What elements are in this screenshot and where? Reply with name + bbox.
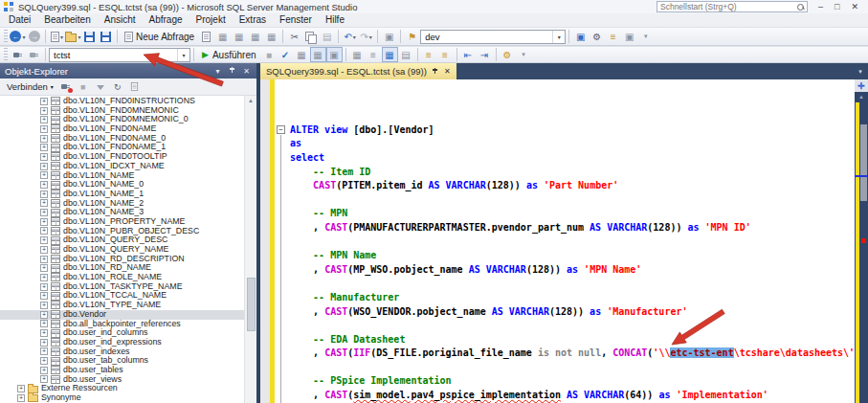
- tree-scrollbar[interactable]: ▲: [244, 96, 256, 403]
- scroll-up-icon[interactable]: ▲: [855, 92, 868, 101]
- tree-item[interactable]: +Synonyme: [0, 393, 244, 403]
- expander-icon[interactable]: +: [40, 292, 48, 300]
- code-area[interactable]: −ALTER view [dbo].[Vendor]asselect -- It…: [275, 79, 855, 403]
- paste-button[interactable]: ▤: [319, 29, 335, 44]
- expander-icon[interactable]: +: [40, 375, 48, 383]
- expander-icon[interactable]: +: [40, 181, 48, 189]
- navigate-back-button[interactable]: ←▾: [10, 29, 26, 44]
- comment-button[interactable]: ≡: [421, 47, 437, 62]
- expander-icon[interactable]: +: [17, 385, 25, 392]
- expander-icon[interactable]: +: [40, 274, 48, 281]
- expander-icon[interactable]: +: [40, 116, 48, 123]
- server-combo[interactable]: dev ▾: [420, 30, 566, 44]
- expander-icon[interactable]: +: [40, 256, 48, 263]
- expander-icon[interactable]: +: [40, 357, 48, 365]
- tree-item[interactable]: +dbo.user_tables: [0, 366, 244, 375]
- expander-icon[interactable]: +: [40, 190, 48, 198]
- disconnect-button[interactable]: [58, 79, 74, 94]
- chevron-down-icon[interactable]: ▾: [552, 31, 565, 43]
- expander-icon[interactable]: +: [40, 209, 48, 216]
- menu-ansicht[interactable]: Ansicht: [98, 13, 143, 27]
- live-stats-button[interactable]: ▦: [310, 47, 326, 62]
- save-all-button[interactable]: [98, 29, 114, 44]
- dmx-query-button[interactable]: ▦: [231, 29, 247, 44]
- console-window-button[interactable]: ▣: [621, 29, 637, 44]
- expander-icon[interactable]: +: [40, 144, 48, 151]
- toolbar-grip[interactable]: [4, 30, 8, 43]
- cut-button[interactable]: ✂: [286, 29, 302, 44]
- quick-launch-search[interactable]: [657, 1, 808, 12]
- search-input[interactable]: [660, 2, 794, 11]
- toolbar-overflow-button[interactable]: ▾: [637, 29, 654, 44]
- mdx-query-button[interactable]: ▦: [214, 29, 231, 44]
- expander-icon[interactable]: +: [40, 153, 48, 161]
- fold-toggle-icon[interactable]: −: [277, 125, 285, 134]
- expander-icon[interactable]: +: [40, 339, 48, 347]
- indent-button[interactable]: ⇥: [477, 47, 493, 62]
- save-button[interactable]: [81, 29, 98, 44]
- stop-button[interactable]: ■: [76, 79, 91, 94]
- expander-icon[interactable]: +: [40, 236, 48, 244]
- expander-icon[interactable]: +: [40, 227, 48, 235]
- connect-query-button[interactable]: [10, 47, 26, 62]
- script-button[interactable]: [127, 79, 143, 94]
- find-in-files-button[interactable]: ▣: [381, 29, 397, 44]
- uncomment-button[interactable]: ≡: [437, 47, 454, 62]
- expander-icon[interactable]: +: [40, 367, 48, 374]
- close-button[interactable]: ✕: [851, 1, 858, 12]
- window-position-button[interactable]: ▾: [212, 67, 223, 76]
- expander-icon[interactable]: +: [40, 135, 48, 143]
- minimize-button[interactable]: –: [818, 1, 823, 12]
- actual-plan-button[interactable]: ▣: [326, 47, 343, 62]
- expander-icon[interactable]: +: [40, 199, 48, 207]
- database-combo[interactable]: tctst ▾: [49, 48, 190, 62]
- menu-abfrage[interactable]: Abfrage: [143, 13, 189, 27]
- change-connection-button[interactable]: [26, 47, 42, 62]
- undo-button[interactable]: ↶▾: [342, 29, 358, 44]
- intellisense-button[interactable]: ▦: [349, 47, 366, 62]
- close-panel-button[interactable]: ✕: [241, 67, 252, 76]
- object-explorer-window-button[interactable]: ▣: [572, 29, 589, 44]
- expander-icon[interactable]: +: [17, 394, 25, 402]
- menu-extras[interactable]: Extras: [233, 13, 273, 27]
- toolbar-grip[interactable]: [4, 48, 8, 61]
- filter-button[interactable]: [93, 79, 108, 94]
- registered-servers-flag-button[interactable]: ⚑: [404, 29, 420, 44]
- tools-wrench-button[interactable]: ⚙: [589, 29, 605, 44]
- expander-icon[interactable]: +: [40, 329, 48, 337]
- connect-button[interactable]: Verbinden ▾: [4, 81, 56, 92]
- expander-icon[interactable]: +: [40, 302, 48, 309]
- activity-monitor-button[interactable]: ▦: [263, 29, 279, 44]
- tree-item[interactable]: +Externe Ressourcen: [0, 384, 244, 393]
- expander-icon[interactable]: +: [40, 311, 48, 319]
- refresh-button[interactable]: ↻: [110, 79, 125, 94]
- pin-icon[interactable]: [432, 67, 439, 76]
- expander-icon[interactable]: +: [40, 347, 48, 355]
- results-text-button[interactable]: ≡: [366, 47, 382, 62]
- expander-icon[interactable]: +: [40, 320, 48, 327]
- template-params-button[interactable]: ⚙: [500, 47, 516, 62]
- expander-icon[interactable]: +: [40, 218, 48, 226]
- db-engine-query-button[interactable]: [198, 29, 214, 44]
- split-handle[interactable]: ✛: [855, 79, 868, 92]
- menu-hilfe[interactable]: Hilfe: [319, 13, 351, 27]
- navigate-forward-button[interactable]: →: [26, 29, 42, 44]
- pin-button[interactable]: [227, 66, 237, 77]
- close-tab-icon[interactable]: ✕: [444, 67, 451, 76]
- open-file-button[interactable]: ▾: [65, 29, 81, 44]
- expander-icon[interactable]: +: [40, 283, 48, 291]
- menu-projekt[interactable]: Projekt: [189, 13, 233, 27]
- new-file-button[interactable]: ▾: [49, 29, 65, 44]
- expander-icon[interactable]: +: [40, 98, 48, 105]
- chevron-down-icon[interactable]: ▾: [177, 49, 189, 61]
- parse-button[interactable]: ✓: [278, 47, 294, 62]
- redo-button[interactable]: ↷▾: [358, 29, 374, 44]
- expander-icon[interactable]: +: [40, 107, 48, 115]
- maximize-button[interactable]: □: [835, 1, 839, 12]
- cancel-query-button[interactable]: ■: [261, 47, 278, 62]
- expander-icon[interactable]: +: [40, 264, 48, 272]
- expander-icon[interactable]: +: [40, 171, 48, 179]
- copy-button[interactable]: [302, 29, 319, 44]
- xmla-query-button[interactable]: ▦: [247, 29, 263, 44]
- editor-scrollbar[interactable]: ✛ ▲: [855, 79, 868, 403]
